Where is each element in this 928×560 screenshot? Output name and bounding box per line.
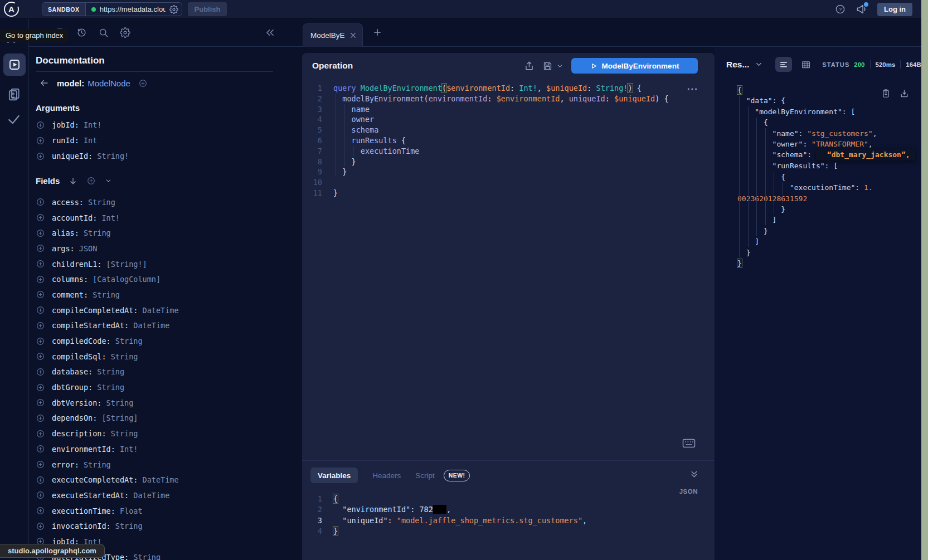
field-name[interactable]: compileCompletedAt <box>52 306 133 315</box>
collapse-sidebar-icon[interactable] <box>265 27 275 38</box>
add-to-query-icon[interactable] <box>36 522 45 531</box>
add-to-query-icon[interactable] <box>36 152 45 161</box>
field-row[interactable]: compiledCode: String <box>36 333 281 349</box>
field-type[interactable]: Float <box>120 507 143 515</box>
help-icon[interactable] <box>835 4 846 14</box>
field-type[interactable]: String <box>111 352 138 361</box>
field-row[interactable]: compileCompletedAt: DateTime <box>36 303 281 318</box>
field-row[interactable]: executionTime: Float <box>36 503 281 519</box>
field-type[interactable]: DateTime <box>133 491 169 500</box>
add-to-query-icon[interactable] <box>36 305 45 315</box>
sidebar-item-schema[interactable] <box>7 87 21 101</box>
settings-gear-icon[interactable] <box>120 27 130 38</box>
endpoint-settings-gear-icon[interactable] <box>169 5 178 14</box>
field-type[interactable]: String <box>115 522 143 530</box>
add-to-query-icon[interactable] <box>36 337 45 346</box>
argument-name[interactable]: jobId <box>52 120 75 129</box>
variables-editor[interactable]: 1{2 "environmentId": 782 ,3 "uniqueId": … <box>308 494 587 537</box>
field-type[interactable]: String <box>93 290 120 299</box>
field-row[interactable]: comment: String <box>36 287 281 303</box>
field-type[interactable]: [String!] <box>106 260 147 269</box>
field-type[interactable]: String <box>84 228 111 237</box>
field-name[interactable]: executeStartedAt <box>52 491 124 500</box>
field-row[interactable]: dependsOn: [String] <box>36 411 281 426</box>
field-type[interactable]: JSON <box>79 244 98 253</box>
sandbox-url-bar[interactable]: SANDBOX https://metadata.cloud.getd <box>42 2 182 16</box>
field-row[interactable]: dbtGroup: String <box>36 379 281 395</box>
field-name[interactable]: alias <box>52 228 75 237</box>
field-name[interactable]: dbtVersion <box>52 398 97 407</box>
field-row[interactable]: database: String <box>36 364 281 380</box>
field-type[interactable]: DateTime <box>143 475 179 484</box>
field-name[interactable]: childrenL1 <box>52 260 97 269</box>
keyboard-shortcuts-icon[interactable] <box>682 439 696 448</box>
history-icon[interactable] <box>76 27 87 38</box>
share-operation-icon[interactable] <box>524 61 535 71</box>
field-name[interactable]: args <box>52 244 70 253</box>
field-type[interactable]: DateTime <box>133 321 169 330</box>
operation-options-icon[interactable] <box>687 86 698 92</box>
field-type[interactable]: Int! <box>120 445 138 454</box>
tab-headers[interactable]: Headers <box>372 471 401 480</box>
table-view-toggle[interactable] <box>801 60 811 70</box>
field-row[interactable]: childrenL1: [String!] <box>36 256 281 272</box>
argument-row[interactable]: uniqueId: String! <box>36 148 281 164</box>
field-name[interactable]: compileStartedAt <box>52 321 124 330</box>
add-to-query-icon[interactable] <box>36 444 45 454</box>
operation-editor[interactable]: 1query ModelByEnvironment($environmentId… <box>308 83 669 198</box>
add-to-query-icon[interactable] <box>36 506 45 515</box>
field-name[interactable]: accountId <box>52 213 93 222</box>
field-name[interactable]: comment <box>52 290 84 299</box>
add-to-query-icon[interactable] <box>36 213 45 222</box>
add-to-query-icon[interactable] <box>36 383 45 392</box>
field-type[interactable]: String <box>84 460 111 469</box>
field-row[interactable]: args: JSON <box>36 241 281 256</box>
add-to-query-icon[interactable] <box>36 228 45 238</box>
add-to-query-icon[interactable] <box>36 367 45 377</box>
field-type[interactable]: String <box>97 383 124 392</box>
close-tab-icon[interactable] <box>349 32 357 39</box>
collapse-variables-icon[interactable] <box>689 470 699 479</box>
field-row[interactable]: description: String <box>36 426 281 441</box>
response-menu-chevron-icon[interactable] <box>755 60 763 69</box>
field-name[interactable]: access <box>52 198 79 207</box>
field-type[interactable]: [String] <box>101 413 138 422</box>
json-view-toggle[interactable] <box>775 57 792 72</box>
tab-script[interactable]: Script <box>415 471 435 480</box>
add-to-query-icon[interactable] <box>36 460 45 469</box>
run-operation-button[interactable]: ModelByEnvironment <box>571 58 698 74</box>
field-name[interactable]: executionTime <box>52 507 111 515</box>
field-name[interactable]: compiledSql <box>52 352 101 361</box>
field-name[interactable]: dbtGroup <box>52 383 88 392</box>
endpoint-url-segment[interactable]: https://metadata.cloud.getd <box>86 5 182 14</box>
add-to-query-icon[interactable] <box>36 429 45 439</box>
announcements-icon[interactable] <box>856 3 867 15</box>
field-name[interactable]: compiledCode <box>52 337 106 345</box>
field-type[interactable]: String <box>115 337 143 345</box>
field-row[interactable]: columns: [CatalogColumn] <box>36 271 281 287</box>
field-type[interactable]: String <box>88 198 115 207</box>
sidebar-item-explorer[interactable] <box>3 53 26 76</box>
field-row[interactable]: compiledSql: String <box>36 349 281 364</box>
field-name[interactable]: error <box>52 460 75 469</box>
sort-fields-icon[interactable] <box>69 177 77 186</box>
field-type[interactable]: DateTime <box>143 306 179 315</box>
add-to-query-icon[interactable] <box>36 321 45 330</box>
search-icon[interactable] <box>98 27 109 38</box>
add-to-query-icon[interactable] <box>36 413 45 423</box>
add-field-icon[interactable] <box>138 79 148 88</box>
field-name[interactable]: invocationId <box>52 522 106 530</box>
field-row[interactable]: invocationId: String <box>36 518 281 534</box>
endpoint-url-input[interactable]: https://metadata.cloud.getd <box>100 5 166 13</box>
argument-name[interactable]: uniqueId <box>52 152 88 160</box>
login-button[interactable]: Log in <box>877 3 912 16</box>
publish-button[interactable]: Publish <box>188 2 227 16</box>
argument-type[interactable]: Int! <box>84 120 102 129</box>
add-to-query-icon[interactable] <box>36 475 45 485</box>
add-to-query-icon[interactable] <box>36 244 45 253</box>
field-row[interactable]: error: String <box>36 457 281 473</box>
back-arrow-icon[interactable] <box>39 78 49 88</box>
argument-type[interactable]: String! <box>97 152 129 160</box>
field-type-link[interactable]: ModelNode <box>88 79 130 88</box>
field-name[interactable]: columns <box>52 275 84 284</box>
